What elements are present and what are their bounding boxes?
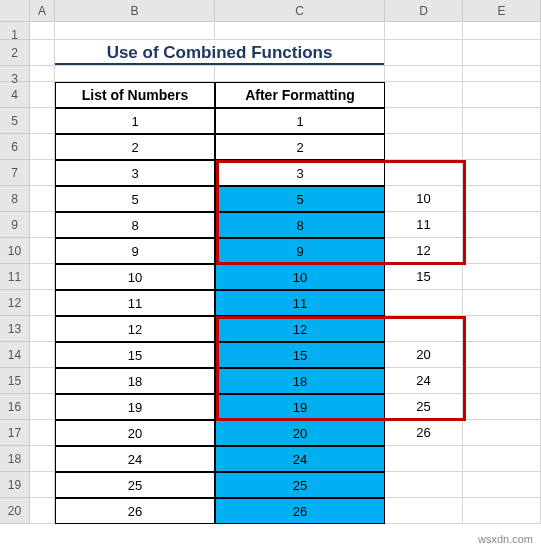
- cell-c-15[interactable]: 18: [215, 368, 385, 394]
- cell-c-20[interactable]: 26: [215, 498, 385, 524]
- cell[interactable]: [463, 238, 541, 264]
- cell-d-18[interactable]: [385, 446, 463, 472]
- cell-d-19[interactable]: [385, 472, 463, 498]
- row-header-13[interactable]: 13: [0, 316, 30, 342]
- cell-d-8[interactable]: 10: [385, 186, 463, 212]
- cell[interactable]: [463, 472, 541, 498]
- cell-c-10[interactable]: 9: [215, 238, 385, 264]
- cell-c-18[interactable]: 24: [215, 446, 385, 472]
- table-header-b[interactable]: List of Numbers: [55, 82, 215, 108]
- cell-d-12[interactable]: [385, 290, 463, 316]
- cell[interactable]: [30, 186, 55, 212]
- cell-d-7[interactable]: [385, 160, 463, 186]
- cell[interactable]: [463, 134, 541, 160]
- cell[interactable]: [30, 394, 55, 420]
- row-header-8[interactable]: 8: [0, 186, 30, 212]
- cell[interactable]: [463, 108, 541, 134]
- row-header-10[interactable]: 10: [0, 238, 30, 264]
- cell[interactable]: [30, 108, 55, 134]
- cell[interactable]: [30, 472, 55, 498]
- cell[interactable]: [30, 238, 55, 264]
- col-header-b[interactable]: B: [55, 0, 215, 21]
- col-header-d[interactable]: D: [385, 0, 463, 21]
- cell[interactable]: [30, 66, 55, 82]
- row-header-7[interactable]: 7: [0, 160, 30, 186]
- cell-d-15[interactable]: 24: [385, 368, 463, 394]
- row-header-12[interactable]: 12: [0, 290, 30, 316]
- row-header-4[interactable]: 4: [0, 82, 30, 108]
- cell-d-10[interactable]: 12: [385, 238, 463, 264]
- cell[interactable]: [30, 420, 55, 446]
- cell-d-13[interactable]: [385, 316, 463, 342]
- cell-b-18[interactable]: 24: [55, 446, 215, 472]
- cell-b-8[interactable]: 5: [55, 186, 215, 212]
- cell[interactable]: [463, 186, 541, 212]
- cell[interactable]: [385, 22, 463, 40]
- cell[interactable]: [463, 212, 541, 238]
- cell-b-7[interactable]: 3: [55, 160, 215, 186]
- cell-b-15[interactable]: 18: [55, 368, 215, 394]
- col-header-a[interactable]: A: [30, 0, 55, 21]
- cell[interactable]: [30, 82, 55, 108]
- select-all-corner[interactable]: [0, 0, 30, 21]
- cell[interactable]: [30, 316, 55, 342]
- col-header-c[interactable]: C: [215, 0, 385, 21]
- cell-b-19[interactable]: 25: [55, 472, 215, 498]
- cell[interactable]: [385, 82, 463, 108]
- table-header-c[interactable]: After Formatting: [215, 82, 385, 108]
- cell[interactable]: [30, 160, 55, 186]
- cell[interactable]: [463, 316, 541, 342]
- cell[interactable]: [463, 160, 541, 186]
- cell-c-14[interactable]: 15: [215, 342, 385, 368]
- cell-c-5[interactable]: 1: [215, 108, 385, 134]
- cell[interactable]: [463, 40, 541, 66]
- cell[interactable]: [463, 420, 541, 446]
- cell-c-17[interactable]: 20: [215, 420, 385, 446]
- cell[interactable]: [463, 290, 541, 316]
- col-header-e[interactable]: E: [463, 0, 541, 21]
- cell-d-6[interactable]: [385, 134, 463, 160]
- cell-b-16[interactable]: 19: [55, 394, 215, 420]
- row-header-17[interactable]: 17: [0, 420, 30, 446]
- cell-b-9[interactable]: 8: [55, 212, 215, 238]
- cell[interactable]: [463, 264, 541, 290]
- cell[interactable]: [463, 498, 541, 524]
- cell-b-13[interactable]: 12: [55, 316, 215, 342]
- cell-d-17[interactable]: 26: [385, 420, 463, 446]
- cell-c-6[interactable]: 2: [215, 134, 385, 160]
- cell[interactable]: [30, 40, 55, 66]
- cell-c-9[interactable]: 8: [215, 212, 385, 238]
- cell-d-20[interactable]: [385, 498, 463, 524]
- cell-d-9[interactable]: 11: [385, 212, 463, 238]
- cell-c-7[interactable]: 3: [215, 160, 385, 186]
- cell[interactable]: [55, 22, 215, 40]
- cell-b-10[interactable]: 9: [55, 238, 215, 264]
- cell-b-5[interactable]: 1: [55, 108, 215, 134]
- cell[interactable]: [30, 264, 55, 290]
- cell[interactable]: [463, 82, 541, 108]
- cell-c-19[interactable]: 25: [215, 472, 385, 498]
- row-header-16[interactable]: 16: [0, 394, 30, 420]
- cell-c-11[interactable]: 10: [215, 264, 385, 290]
- cell[interactable]: [385, 66, 463, 82]
- cell[interactable]: [30, 22, 55, 40]
- row-header-11[interactable]: 11: [0, 264, 30, 290]
- cell[interactable]: [30, 290, 55, 316]
- cell-b-6[interactable]: 2: [55, 134, 215, 160]
- row-header-6[interactable]: 6: [0, 134, 30, 160]
- cell-b-20[interactable]: 26: [55, 498, 215, 524]
- cell-c-8[interactable]: 5: [215, 186, 385, 212]
- row-header-15[interactable]: 15: [0, 368, 30, 394]
- cell-d-14[interactable]: 20: [385, 342, 463, 368]
- row-header-14[interactable]: 14: [0, 342, 30, 368]
- cell[interactable]: [215, 22, 385, 40]
- cell[interactable]: [463, 22, 541, 40]
- row-header-5[interactable]: 5: [0, 108, 30, 134]
- cell[interactable]: [30, 342, 55, 368]
- cell[interactable]: [463, 394, 541, 420]
- cell-b-11[interactable]: 10: [55, 264, 215, 290]
- cell[interactable]: [30, 134, 55, 160]
- cell[interactable]: [463, 446, 541, 472]
- row-header-3[interactable]: 3: [0, 66, 30, 82]
- cell[interactable]: [385, 40, 463, 66]
